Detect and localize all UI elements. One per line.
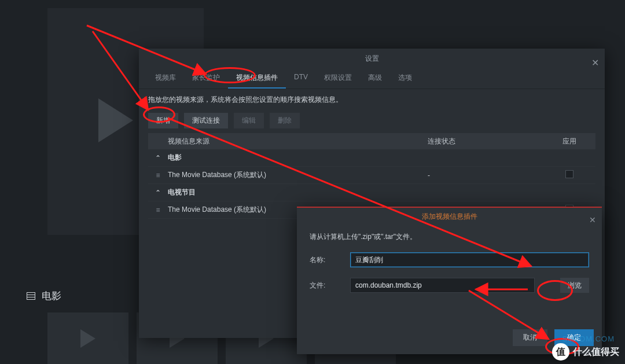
watermark-sub: SMZDM.COM xyxy=(562,334,615,343)
watermark: 值 什么值得买 xyxy=(552,343,619,361)
edit-button: 编辑 xyxy=(234,113,264,128)
subdialog-instruction: 请从计算机上传".zip"或".tar"文件。 xyxy=(310,232,589,242)
settings-title: 设置 xyxy=(365,54,379,62)
settings-title-bar: 设置 ✕ xyxy=(139,49,605,68)
tab-dtv[interactable]: DTV xyxy=(286,68,316,89)
section-movies-text: 电影 xyxy=(42,291,61,302)
chevron-up-icon: ⌃ xyxy=(148,154,168,162)
label-name: 名称: xyxy=(310,255,342,265)
subdialog-title: 添加视频信息插件 xyxy=(422,212,477,220)
group-label: 电影 xyxy=(168,153,428,163)
cell-status: - xyxy=(428,171,543,179)
col-source: 视频信息来源 xyxy=(148,137,428,146)
add-button[interactable]: 新增 xyxy=(148,113,178,128)
subdialog-body: 请从计算机上传".zip"或".tar"文件。 名称: 文件: 浏览 xyxy=(297,225,602,293)
tab-video-info-plugin[interactable]: 视频信息插件 xyxy=(228,68,286,89)
drag-handle-icon[interactable]: ≡ xyxy=(148,171,168,179)
play-icon xyxy=(80,329,95,348)
film-icon xyxy=(27,292,35,300)
table-row[interactable]: ≡ The Movie Database (系统默认) - xyxy=(148,167,595,184)
row-name: 名称: xyxy=(310,252,589,267)
checkbox[interactable] xyxy=(565,170,573,178)
toolbar: 新增 测试连接 编辑 删除 xyxy=(139,107,605,133)
close-icon[interactable]: ✕ xyxy=(591,53,599,73)
tab-parental[interactable]: 家长监护 xyxy=(184,68,228,89)
group-row-tv[interactable]: ⌃ 电视节目 xyxy=(148,184,595,201)
drag-handle-icon[interactable]: ≡ xyxy=(148,206,168,214)
delete-button: 删除 xyxy=(270,113,300,128)
col-app: 应用 xyxy=(543,137,595,146)
tab-permissions[interactable]: 权限设置 xyxy=(316,68,360,89)
watermark-text: 什么值得买 xyxy=(573,346,619,358)
label-file: 文件: xyxy=(310,281,342,291)
add-plugin-dialog: 添加视频信息插件 ✕ 请从计算机上传".zip"或".tar"文件。 名称: 文… xyxy=(297,207,602,354)
tab-options[interactable]: 选项 xyxy=(390,68,420,89)
tab-library[interactable]: 视频库 xyxy=(147,68,184,89)
source-table: 视频信息来源 连接状态 应用 ⌃ 电影 ≡ The Movie Database… xyxy=(148,133,595,219)
row-file: 文件: 浏览 xyxy=(310,278,589,293)
section-movies-label: 电影 xyxy=(27,289,61,303)
tab-advanced[interactable]: 高级 xyxy=(360,68,390,89)
cell-app xyxy=(543,170,595,180)
tab-description: 拖放您的视频来源，系统将会按照您设置的顺序搜索视频信息。 xyxy=(139,89,605,107)
group-label: 电视节目 xyxy=(168,187,428,197)
close-icon[interactable]: ✕ xyxy=(589,211,596,229)
browse-button[interactable]: 浏览 xyxy=(560,278,589,293)
watermark-badge: 值 xyxy=(552,343,569,361)
chevron-up-icon: ⌃ xyxy=(148,189,168,197)
subdialog-title-bar: 添加视频信息插件 ✕ xyxy=(297,208,602,225)
cell-source: The Movie Database (系统默认) xyxy=(168,170,428,180)
play-icon xyxy=(98,98,133,142)
col-status: 连接状态 xyxy=(428,137,543,146)
test-connection-button[interactable]: 测试连接 xyxy=(184,113,228,128)
table-header: 视频信息来源 连接状态 应用 xyxy=(148,133,595,149)
name-input[interactable] xyxy=(350,252,589,267)
thumbnail[interactable] xyxy=(47,312,128,364)
cancel-button[interactable]: 取消 xyxy=(513,329,547,346)
settings-tabs: 视频库 家长监护 视频信息插件 DTV 权限设置 高级 选项 xyxy=(139,68,605,89)
file-input[interactable] xyxy=(350,278,535,293)
group-row-movie[interactable]: ⌃ 电影 xyxy=(148,149,595,167)
